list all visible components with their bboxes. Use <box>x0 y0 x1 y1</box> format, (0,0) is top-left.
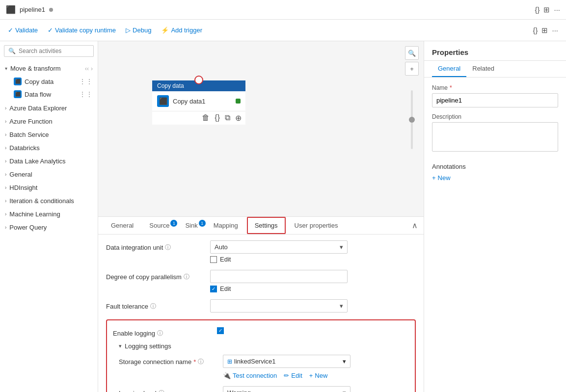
enable-logging-info-icon[interactable]: ⓘ <box>157 329 163 338</box>
tab-user-properties[interactable]: User properties <box>288 218 345 233</box>
monitor-icon[interactable]: ⊞ <box>543 5 550 14</box>
settings-tabs-bar: General Source 1 Sink 1 Mapping Settings <box>98 217 424 235</box>
validate-button[interactable]: ✓ Validate <box>8 26 38 34</box>
search-input[interactable] <box>19 48 89 54</box>
chevron-right-icon: › <box>5 105 6 111</box>
sidebar-item-databricks[interactable]: › Databricks <box>0 141 98 155</box>
debug-button[interactable]: ▷ Debug <box>126 26 151 34</box>
sidebar-item-azure-function[interactable]: › Azure Function <box>0 115 98 128</box>
storage-info-icon[interactable]: ⓘ <box>198 358 204 366</box>
logging-level-label: Logging level ⓘ <box>119 386 217 392</box>
fault-info-icon[interactable]: ⓘ <box>150 302 156 311</box>
sidebar-item-machine-learning[interactable]: › Machine Learning <box>0 208 98 221</box>
logging-level-info-icon[interactable]: ⓘ <box>159 389 164 392</box>
parallelism-label: Degree of copy parallelism ⓘ <box>106 270 204 281</box>
settings-panel-content: Data integration unit ⓘ Auto ▾ Edit <box>98 235 424 392</box>
item-drag-handle: ⋮⋮ <box>79 78 93 85</box>
add-annotation-button[interactable]: + New <box>432 174 451 182</box>
add-trigger-button[interactable]: ⚡ Add trigger <box>161 26 202 34</box>
card-error-indicator <box>194 76 203 84</box>
fault-select[interactable]: ▾ <box>210 299 348 313</box>
expand-icon[interactable]: › <box>91 65 93 72</box>
add-card-icon[interactable]: ⊕ <box>235 113 242 123</box>
delete-icon[interactable]: 🗑 <box>202 113 210 123</box>
tab-general[interactable]: General <box>104 218 140 233</box>
sidebar-item-move-transform[interactable]: ▾ Move & transform ‹‹ › <box>0 62 98 75</box>
chevron-right-icon3: › <box>5 132 6 137</box>
main-layout: 🔍 ▾ Move & transform ‹‹ › ⬛ Copy data ⋮⋮ <box>0 41 566 392</box>
logging-section: Enable logging ⓘ ✓ ▾ Logging settings <box>106 319 416 392</box>
name-input[interactable] <box>432 93 558 107</box>
validate-icon: ✓ <box>8 26 13 34</box>
category-label: Move & transform <box>10 65 61 72</box>
source-badge: 1 <box>170 220 177 227</box>
table-icon[interactable]: ⊞ <box>541 26 548 35</box>
tab-source[interactable]: Source 1 <box>142 218 176 233</box>
logging-level-select[interactable]: Warning ▾ <box>223 386 350 392</box>
dirty-indicator <box>49 8 53 12</box>
zoom-in-btn[interactable]: + <box>405 62 419 76</box>
copy-data-label: Copy data <box>25 78 54 85</box>
description-field-label: Description <box>432 113 558 120</box>
description-textarea[interactable] <box>432 122 558 152</box>
storage-edit-btn[interactable]: ✏ Edit <box>284 372 302 379</box>
zoom-slider[interactable] <box>411 90 413 149</box>
panel-collapse-icon[interactable]: ∧ <box>412 221 418 230</box>
sidebar-item-hdinsight[interactable]: › HDInsight <box>0 181 98 194</box>
more-toolbar-icon[interactable]: ··· <box>552 26 558 34</box>
copy-data-icon: ⬛ <box>14 78 22 85</box>
parallelism-input[interactable] <box>210 270 348 283</box>
validate-copy-button[interactable]: ✓ Validate copy runtime <box>48 26 116 34</box>
tab-mapping[interactable]: Mapping <box>207 218 245 233</box>
diu-label: Data integration unit ⓘ <box>106 240 204 252</box>
search-box[interactable]: 🔍 <box>4 45 94 57</box>
logging-level-chevron-icon: ▾ <box>343 389 346 392</box>
sidebar-item-data-lake-analytics[interactable]: › Data Lake Analytics <box>0 155 98 168</box>
parallelism-info-icon[interactable]: ⓘ <box>184 273 189 281</box>
diu-edit-checkbox[interactable] <box>210 256 217 263</box>
cat-label3: Batch Service <box>9 131 49 138</box>
parallelism-edit-checkbox[interactable]: ✓ <box>210 286 217 292</box>
braces-icon[interactable]: {} <box>533 26 538 34</box>
search-canvas-btn[interactable]: 🔍 <box>405 46 419 60</box>
logging-sub-section: ▾ Logging settings Storage connection na… <box>113 342 409 392</box>
top-bar: ⬛ pipeline1 {} ⊞ ··· <box>0 0 566 20</box>
storage-new-btn[interactable]: + New <box>309 372 328 379</box>
chevron-right-icon7: › <box>5 185 6 190</box>
debug-icon: ▷ <box>126 26 131 34</box>
props-tab-related[interactable]: Related <box>466 61 500 77</box>
test-connection-btn[interactable]: 🔌 Test connection <box>223 372 277 379</box>
sidebar-item-batch-service[interactable]: › Batch Service <box>0 128 98 141</box>
plus-icon: + <box>309 372 313 379</box>
cat-label7: HDInsight <box>9 184 37 191</box>
tab-sink[interactable]: Sink 1 <box>178 218 204 233</box>
test-connection-icon: 🔌 <box>223 372 231 379</box>
sidebar-item-copy-data[interactable]: ⬛ Copy data ⋮⋮ <box>0 75 98 88</box>
tab-settings[interactable]: Settings <box>247 217 286 234</box>
code-card-icon[interactable]: {} <box>215 113 220 123</box>
properties-body: Name * Description Annotations + New <box>424 78 566 188</box>
copy-card-icon[interactable]: ⧉ <box>225 113 230 123</box>
diu-info-icon[interactable]: ⓘ <box>165 243 171 252</box>
enable-logging-checkbox[interactable]: ✓ <box>217 327 224 334</box>
collapse-icon[interactable]: ‹‹ <box>85 65 89 72</box>
props-tab-general[interactable]: General <box>432 61 466 77</box>
sidebar-item-general[interactable]: › General <box>0 168 98 181</box>
card-body[interactable]: ⬛ Copy data1 <box>152 91 245 111</box>
cat-label4: Databricks <box>9 144 39 152</box>
sidebar-item-data-flow[interactable]: ⬛ Data flow ⋮⋮ <box>0 88 98 101</box>
canvas-area: Copy data ⬛ Copy data1 🗑 {} ⧉ ⊕ <box>98 41 424 216</box>
diu-select[interactable]: Auto ▾ <box>210 240 348 254</box>
more-icon[interactable]: ··· <box>554 5 560 14</box>
logging-level-row: Logging level ⓘ Warning ▾ <box>119 386 409 392</box>
code-icon[interactable]: {} <box>535 5 539 14</box>
card-body-label: Copy data1 <box>173 98 206 105</box>
chevron-right-icon2: › <box>5 119 6 124</box>
storage-req: * <box>193 358 196 366</box>
search-icon: 🔍 <box>8 48 16 54</box>
storage-select[interactable]: ⊞ linkedService1 ▾ <box>223 355 350 368</box>
sidebar-item-azure-data-explorer[interactable]: › Azure Data Explorer <box>0 102 98 115</box>
chevron-right-icon10: › <box>5 225 6 230</box>
sidebar-item-power-query[interactable]: › Power Query <box>0 221 98 234</box>
sidebar-item-iteration[interactable]: › Iteration & conditionals <box>0 194 98 208</box>
